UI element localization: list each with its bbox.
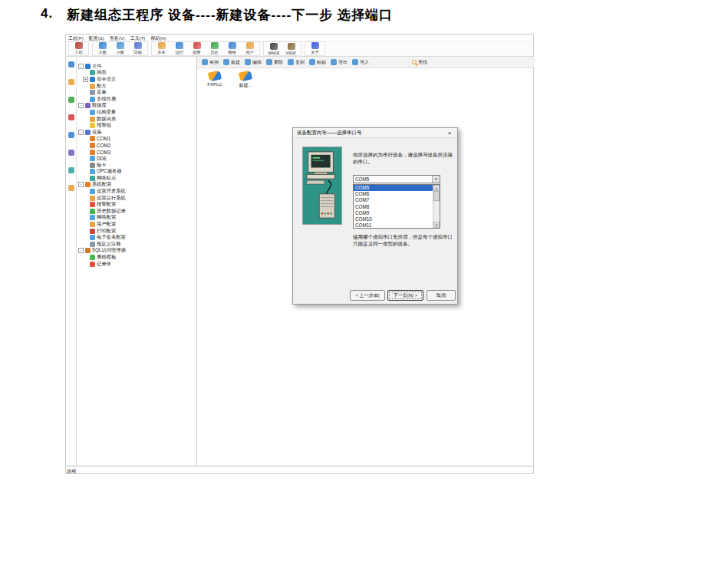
tree-item[interactable]: COM1 [77,136,196,143]
menu-node-icon [90,90,95,95]
instance-button[interactable]: 实例 [202,59,219,66]
tree-item[interactable]: 数据词典 [77,116,196,123]
project-button[interactable]: 工程 [71,42,87,55]
tree-item[interactable]: 报警组 [77,122,196,129]
side-strip-icon[interactable] [68,150,74,156]
tree-item[interactable]: -系统配置 [77,182,196,189]
tree-item[interactable]: +命令语言 [77,76,196,83]
side-strip-icon[interactable] [68,97,74,103]
alarm-button[interactable]: 报警 [189,42,205,55]
small-buttons-icon[interactable]: 小图 [112,42,128,55]
secondary-button-label: 删除 [274,59,283,66]
cancel-button[interactable]: 取消 [427,290,456,301]
menu-item[interactable]: 帮助(H) [150,35,166,40]
port-dropdown: COM5COM6COM7COM8COM9COM10COM11 ▲ ▼ [353,184,440,229]
expander-icon[interactable]: - [78,182,84,187]
menu-item[interactable]: 配置(S) [89,35,104,40]
tree-item[interactable]: 画面 [77,70,196,77]
tree-item[interactable]: 记录体 [77,261,196,268]
tree-item[interactable]: 电子签名配置 [77,234,196,241]
delete-button[interactable]: 删除 [266,59,283,66]
run-button[interactable]: 运行 [171,42,187,55]
opc-server-icon [90,169,95,174]
details-button[interactable]: 详细 [130,42,146,55]
tree-item[interactable]: 用户配置 [77,221,196,228]
tree-item[interactable]: 网络配置 [77,215,196,222]
next-button[interactable]: 下一页(N) > [387,290,423,301]
port-option[interactable]: COM6 [354,191,433,197]
tree-item[interactable]: 板卡 [77,162,196,169]
port-option[interactable]: COM8 [354,204,433,210]
history-button[interactable]: 历史 [206,42,222,55]
port-option[interactable]: COM5 [354,185,433,191]
import-button[interactable]: 导入 [352,59,369,66]
scroll-up-icon[interactable]: ▲ [433,185,440,191]
tree-item[interactable]: 打印配置 [77,228,196,235]
tree-item[interactable]: -文件 [77,63,196,70]
view-icon [288,43,295,50]
new-device-item[interactable]: 新建... [234,71,257,89]
expander-icon[interactable]: - [78,130,84,135]
com-port-icon [90,143,95,148]
menu-item[interactable]: 查看(V) [110,35,125,40]
side-strip-icon[interactable] [68,114,74,120]
menu-item[interactable]: 工程(F) [68,35,84,40]
user-button[interactable]: 用户 [242,42,258,55]
tree-item[interactable]: 配方 [77,83,196,90]
menu-item[interactable]: 工具(T) [130,35,146,40]
tree-item[interactable]: 设置开发系统 [77,188,196,195]
port-option[interactable]: COM7 [354,197,433,203]
tree-item[interactable]: 结构变量 [77,109,196,116]
chevron-down-icon[interactable]: ▼ [432,176,440,183]
scroll-down-icon[interactable]: ▼ [433,222,440,228]
develop-button[interactable]: 开发 [153,42,170,55]
side-strip-icon[interactable] [68,132,74,138]
about-button[interactable]: 关于 [307,42,323,55]
side-strip-icon[interactable] [68,167,74,173]
tree-item[interactable]: -设备 [77,129,196,136]
tree-item[interactable]: 预定义注释 [77,241,196,248]
export-button[interactable]: 导出 [331,59,348,66]
scrollbar-thumb[interactable] [433,191,440,201]
side-strip-icon[interactable] [68,185,74,191]
tree-item[interactable]: -SQL访问管理器 [77,248,196,255]
tree-item[interactable]: 非线性表 [77,96,196,103]
fxplc-device-item[interactable]: FXPLC [203,71,226,87]
tree-item[interactable]: 表格模板 [77,254,196,261]
close-icon[interactable]: × [446,130,453,137]
scrollbar-track[interactable] [433,191,440,222]
large-buttons-icon[interactable]: 大图 [94,42,110,55]
expander-icon[interactable]: + [83,77,88,82]
port-option[interactable]: COM9 [354,210,433,216]
dropdown-scrollbar[interactable]: ▲ ▼ [433,185,440,228]
expander-icon[interactable]: - [78,103,84,108]
secondary-button-label: 粘贴 [317,59,326,66]
expander-icon[interactable]: - [78,64,84,69]
paste-button[interactable]: 粘贴 [309,59,326,66]
tree-item[interactable]: 历史数据记录 [77,208,196,215]
port-option[interactable]: COM11 [354,222,433,229]
network-button[interactable]: 网络 [224,42,240,55]
tree-item[interactable]: 菜单 [77,89,196,96]
tree-item[interactable]: 设置运行系统 [77,195,196,202]
tree-item[interactable]: 报警配置 [77,201,196,208]
expander-icon[interactable]: - [78,248,84,253]
view-button[interactable]: VIEW [283,43,299,55]
new-button[interactable]: 新建 [223,59,240,66]
port-combobox[interactable]: COM5 ▼ [353,175,440,183]
make-button[interactable]: MAKE [265,43,282,55]
back-button[interactable]: < 上一步(B) [350,290,385,301]
tree-item[interactable]: -数据库 [77,103,196,110]
devices-icon [85,130,91,135]
copy-button[interactable]: 复制 [288,59,305,66]
tree-item[interactable]: 网络站点 [77,175,196,182]
search-button[interactable]: 查找 [412,59,427,66]
tree-item[interactable]: COM3 [77,149,196,156]
port-option[interactable]: COM10 [354,216,433,222]
tree-item[interactable]: OPC服务器 [77,169,196,176]
edit-button[interactable]: 编辑 [245,59,262,66]
tree-item[interactable]: COM2 [77,142,196,149]
side-strip-icon[interactable] [68,79,74,85]
side-strip-icon[interactable] [68,61,74,68]
tree-item[interactable]: DDE [77,155,196,162]
